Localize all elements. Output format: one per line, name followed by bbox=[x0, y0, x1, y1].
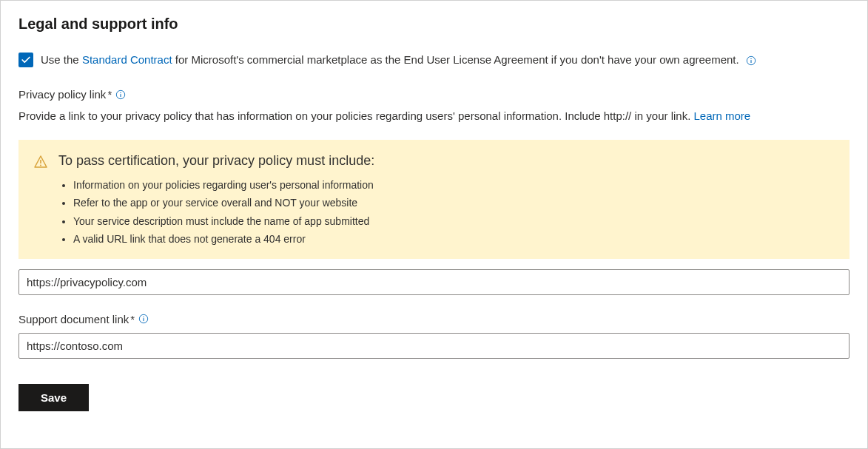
checkmark-icon bbox=[21, 55, 31, 65]
info-icon[interactable] bbox=[115, 89, 127, 101]
svg-point-1 bbox=[750, 58, 751, 59]
info-icon[interactable] bbox=[745, 55, 757, 67]
svg-rect-10 bbox=[144, 318, 144, 321]
svg-point-7 bbox=[40, 164, 41, 166]
learn-more-link[interactable]: Learn more bbox=[694, 109, 751, 122]
standard-contract-label: Use the Standard Contract for Microsoft'… bbox=[41, 52, 757, 67]
privacy-help-text: Provide a link to your privacy policy th… bbox=[18, 108, 850, 125]
alert-item: Information on your policies regarding u… bbox=[73, 176, 835, 195]
standard-contract-checkbox[interactable] bbox=[18, 53, 33, 67]
privacy-policy-label: Privacy policy link * bbox=[18, 88, 850, 101]
standard-contract-link[interactable]: Standard Contract bbox=[82, 53, 172, 66]
required-marker: * bbox=[130, 313, 135, 325]
alert-list: Information on your policies regarding u… bbox=[58, 176, 835, 249]
alert-item: Your service description must include th… bbox=[73, 212, 835, 231]
support-label-text: Support document link bbox=[18, 313, 129, 325]
svg-rect-2 bbox=[750, 60, 751, 63]
svg-rect-5 bbox=[121, 94, 121, 97]
support-document-input[interactable] bbox=[18, 333, 850, 359]
privacy-label-text: Privacy policy link bbox=[18, 88, 106, 101]
page-title: Legal and support info bbox=[18, 16, 850, 33]
support-document-label: Support document link * bbox=[18, 313, 850, 325]
save-button[interactable]: Save bbox=[18, 384, 89, 411]
privacy-help-prefix: Provide a link to your privacy policy th… bbox=[18, 109, 694, 122]
svg-rect-6 bbox=[40, 160, 41, 163]
standard-contract-checkbox-row: Use the Standard Contract for Microsoft'… bbox=[18, 52, 850, 67]
alert-item: Refer to the app or your service overall… bbox=[73, 194, 835, 212]
alert-item: A valid URL link that does not generate … bbox=[73, 230, 835, 249]
checkbox-label-prefix: Use the bbox=[41, 53, 82, 66]
certification-alert: To pass certification, your privacy poli… bbox=[18, 140, 850, 259]
required-marker: * bbox=[107, 88, 112, 101]
warning-icon bbox=[33, 155, 48, 169]
svg-point-4 bbox=[121, 92, 121, 92]
alert-content: To pass certification, your privacy poli… bbox=[58, 153, 835, 249]
info-icon[interactable] bbox=[138, 313, 149, 325]
checkbox-label-suffix: for Microsoft's commercial marketplace a… bbox=[172, 53, 739, 66]
svg-point-9 bbox=[143, 317, 144, 317]
legal-support-panel: Legal and support info Use the Standard … bbox=[0, 0, 868, 449]
privacy-policy-input[interactable] bbox=[18, 269, 850, 295]
alert-title: To pass certification, your privacy poli… bbox=[58, 153, 835, 169]
